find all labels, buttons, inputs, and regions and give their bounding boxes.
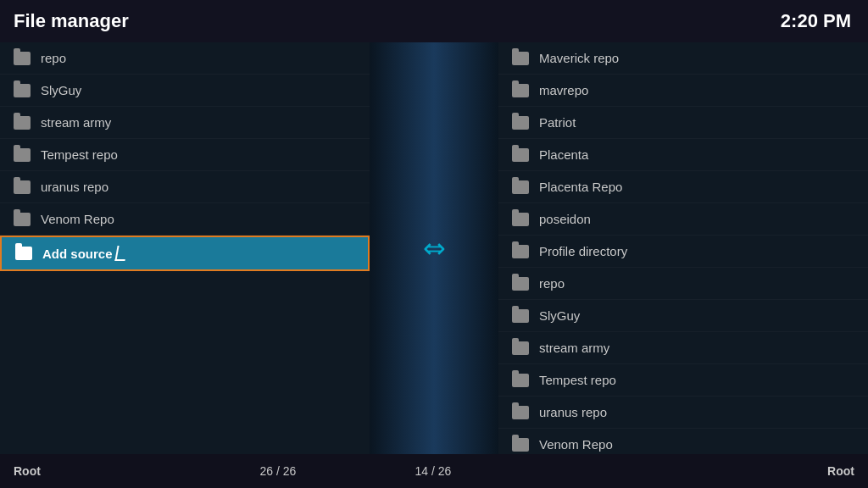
folder-icon bbox=[512, 341, 529, 355]
item-label: Patriot bbox=[539, 115, 576, 130]
list-item[interactable]: SlyGuy bbox=[0, 75, 370, 107]
list-item[interactable]: Venom Repo bbox=[498, 429, 868, 454]
list-item[interactable]: repo bbox=[0, 42, 370, 75]
transfer-arrows-icon: ⇔ bbox=[423, 232, 446, 264]
item-label: stream army bbox=[41, 115, 111, 130]
item-label: Venom Repo bbox=[41, 212, 114, 226]
folder-icon bbox=[14, 148, 31, 162]
clock: 2:20 PM bbox=[781, 10, 851, 32]
folder-icon bbox=[512, 406, 529, 419]
list-item[interactable]: Venom Repo bbox=[0, 203, 370, 236]
folder-icon bbox=[512, 148, 529, 162]
folder-icon bbox=[512, 180, 529, 194]
center-divider: ⇔ bbox=[370, 42, 498, 454]
list-item[interactable]: stream army bbox=[0, 107, 370, 139]
folder-icon bbox=[512, 52, 529, 65]
folder-icon bbox=[512, 309, 529, 323]
folder-icon bbox=[512, 277, 529, 291]
item-label: uranus repo bbox=[539, 405, 607, 419]
footer: Root 26 / 26 14 / 26 Root bbox=[0, 454, 868, 488]
item-label: uranus repo bbox=[41, 180, 108, 194]
add-source-item[interactable]: Add source bbox=[0, 236, 370, 271]
right-panel: Maverick repomavrepoPatriotPlacentaPlace… bbox=[498, 42, 868, 454]
item-label: Add source bbox=[42, 247, 113, 261]
item-label: Tempest repo bbox=[41, 147, 118, 162]
list-item[interactable]: poseidon bbox=[498, 203, 868, 236]
item-label: SlyGuy bbox=[41, 83, 81, 97]
footer-left-label: Root bbox=[0, 464, 186, 478]
folder-icon bbox=[512, 116, 529, 130]
item-label: Profile directory bbox=[539, 244, 627, 258]
add-icon bbox=[15, 247, 32, 260]
list-item[interactable]: Tempest repo bbox=[498, 364, 868, 396]
item-label: Tempest repo bbox=[539, 373, 616, 387]
item-label: Placenta Repo bbox=[539, 180, 622, 194]
folder-icon bbox=[14, 84, 31, 97]
list-item[interactable]: Placenta Repo bbox=[498, 171, 868, 203]
folder-icon bbox=[14, 213, 31, 226]
folder-icon bbox=[14, 116, 31, 130]
folder-icon bbox=[512, 213, 529, 226]
folder-icon bbox=[512, 245, 529, 258]
cursor-icon bbox=[114, 246, 127, 261]
list-item[interactable]: Profile directory bbox=[498, 236, 868, 268]
item-label: stream army bbox=[539, 341, 609, 355]
left-panel: repoSlyGuystream armyTempest repouranus … bbox=[0, 42, 370, 454]
page-title: File manager bbox=[14, 10, 129, 32]
item-label: repo bbox=[539, 276, 565, 291]
item-label: repo bbox=[41, 51, 66, 65]
list-item[interactable]: mavrepo bbox=[498, 75, 868, 107]
footer-left-count: 26 / 26 bbox=[186, 464, 370, 478]
folder-icon bbox=[512, 374, 529, 387]
footer-right-label: Root bbox=[497, 464, 868, 478]
item-label: Placenta bbox=[539, 147, 588, 162]
item-label: mavrepo bbox=[539, 83, 588, 97]
item-label: SlyGuy bbox=[539, 308, 580, 323]
list-item[interactable]: uranus repo bbox=[0, 171, 370, 203]
list-item[interactable]: Tempest repo bbox=[0, 139, 370, 171]
list-item[interactable]: SlyGuy bbox=[498, 300, 868, 332]
item-label: Maverick repo bbox=[539, 51, 619, 65]
list-item[interactable]: stream army bbox=[498, 332, 868, 364]
list-item[interactable]: Maverick repo bbox=[498, 42, 868, 75]
item-label: poseidon bbox=[539, 212, 591, 226]
main-content: repoSlyGuystream armyTempest repouranus … bbox=[0, 42, 868, 454]
footer-right-count: 14 / 26 bbox=[370, 464, 497, 478]
header: File manager 2:20 PM bbox=[0, 0, 868, 42]
folder-icon bbox=[14, 52, 31, 65]
folder-icon bbox=[512, 84, 529, 97]
list-item[interactable]: uranus repo bbox=[498, 396, 868, 429]
list-item[interactable]: Placenta bbox=[498, 139, 868, 171]
folder-icon bbox=[14, 180, 31, 194]
list-item[interactable]: repo bbox=[498, 268, 868, 300]
item-label: Venom Repo bbox=[539, 437, 613, 452]
folder-icon bbox=[512, 438, 529, 452]
list-item[interactable]: Patriot bbox=[498, 107, 868, 139]
